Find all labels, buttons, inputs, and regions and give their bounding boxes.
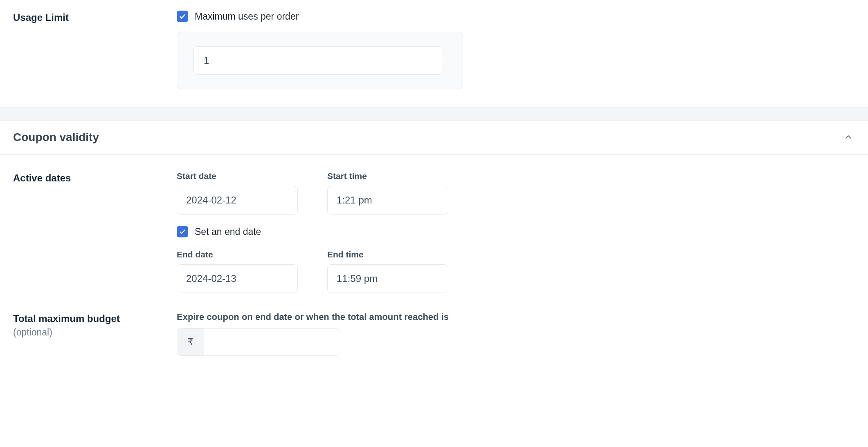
end-time-input[interactable] <box>328 265 448 293</box>
usage-limit-section: Usage Limit Maximum uses per order <box>0 0 868 107</box>
budget-label: Total maximum budget <box>13 312 177 326</box>
max-uses-label: Maximum uses per order <box>195 11 299 22</box>
budget-field: ₹ <box>177 328 340 356</box>
end-date-label: End date <box>177 250 298 259</box>
check-icon <box>179 228 186 235</box>
check-icon <box>179 13 186 20</box>
end-time-label: End time <box>327 250 448 259</box>
end-time-field <box>327 264 448 293</box>
start-date-field <box>177 186 298 215</box>
coupon-validity-header[interactable]: Coupon validity <box>0 121 868 155</box>
start-time-input[interactable] <box>328 186 448 214</box>
max-uses-checkbox[interactable] <box>177 11 188 22</box>
max-uses-input-container <box>177 32 463 89</box>
budget-input[interactable] <box>204 329 340 355</box>
set-end-date-checkbox[interactable] <box>177 226 188 237</box>
chevron-up-icon <box>842 131 855 144</box>
usage-limit-label: Usage Limit <box>13 11 177 25</box>
start-time-field <box>327 186 448 215</box>
currency-symbol: ₹ <box>177 329 204 355</box>
budget-optional: (optional) <box>13 326 177 339</box>
set-end-date-label: Set an end date <box>195 226 261 237</box>
end-date-input[interactable] <box>177 265 298 293</box>
start-date-input[interactable] <box>177 186 298 214</box>
end-date-field <box>177 264 298 293</box>
start-time-label: Start time <box>327 171 448 181</box>
active-dates-label: Active dates <box>13 171 177 185</box>
section-divider <box>0 107 868 121</box>
coupon-validity-title: Coupon validity <box>13 131 99 144</box>
active-dates-section: Active dates Start date <box>0 155 868 368</box>
start-date-label: Start date <box>177 171 298 181</box>
budget-description: Expire coupon on end date or when the to… <box>177 312 855 322</box>
max-uses-input[interactable] <box>193 46 443 75</box>
